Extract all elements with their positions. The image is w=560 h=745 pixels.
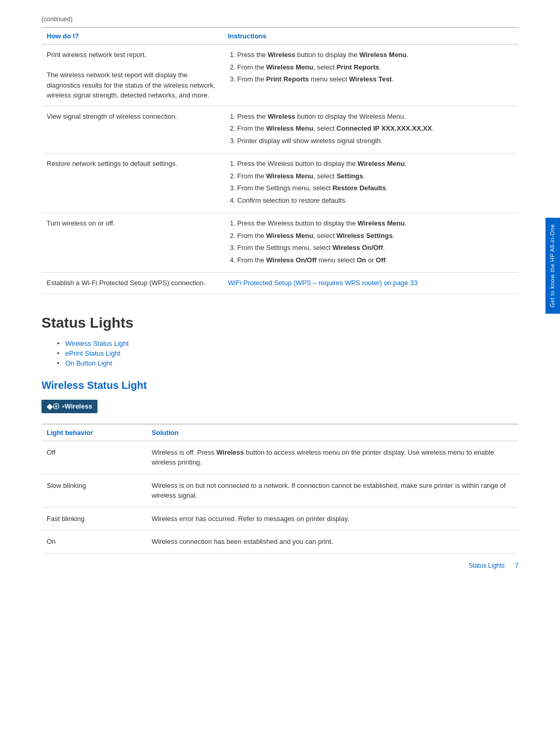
table-cell-instructions: Press the Wireless button to display the… [223, 106, 519, 153]
table-row: Print wireless network test report. The … [41, 45, 519, 106]
table-row: Fast blinking Wireless error has occurre… [41, 507, 519, 530]
solution-cell: Wireless error has occurred. Refer to me… [146, 507, 519, 530]
footer-section-label: Status Lights [469, 562, 505, 569]
solution-cell: Wireless is on but not connected to a ne… [146, 474, 519, 507]
table-row: Slow blinking Wireless is on but not con… [41, 474, 519, 507]
eprint-status-light-link[interactable]: ePrint Status Light [65, 349, 120, 357]
behavior-cell: Fast blinking [41, 507, 146, 530]
status-col2-header: Solution [146, 424, 519, 441]
wireless-icon-area: ◆⦾ •Wireless [41, 400, 519, 413]
col2-header: Instructions [223, 27, 519, 45]
wireless-icon-box: ◆⦾ •Wireless [41, 400, 97, 413]
list-item: ePrint Status Light [57, 349, 519, 357]
side-tab-text: Get to know the HP All-in-One [549, 224, 555, 307]
wps-link[interactable]: WiFi Protected Setup (WPS – requires WPS… [228, 279, 418, 287]
continued-label: (continued) [41, 16, 519, 23]
wireless-subsection-title: Wireless Status Light [41, 379, 519, 391]
table-cell-question: Turn wireless on or off. [41, 213, 223, 273]
status-col1-header: Light behavior [41, 424, 146, 441]
table-row: Turn wireless on or off. Press the Wirel… [41, 213, 519, 273]
wireless-status-light-link[interactable]: Wireless Status Light [65, 340, 129, 347]
behavior-cell: Slow blinking [41, 474, 146, 507]
table-cell-question: Restore network settings to default sett… [41, 153, 223, 213]
on-button-light-link[interactable]: On Button Light [65, 359, 112, 367]
page-container: Get to know the HP All-in-One (continued… [0, 0, 560, 585]
table-row: View signal strength of wireless connect… [41, 106, 519, 153]
footer-page-number: 7 [515, 562, 519, 569]
page-footer: Status Lights 7 [469, 562, 519, 569]
table-cell-question: View signal strength of wireless connect… [41, 106, 223, 153]
table-cell-question: Print wireless network test report. The … [41, 45, 223, 106]
behavior-cell: Off [41, 441, 146, 474]
info-table: How do I? Instructions Print wireless ne… [41, 27, 519, 294]
table-cell-question: Establish a Wi-Fi Protected Setup (WPS) … [41, 273, 223, 294]
behavior-cell: On [41, 530, 146, 554]
bullet-list: Wireless Status Light ePrint Status Ligh… [41, 340, 519, 367]
table-cell-instructions: Press the Wireless button to display the… [223, 45, 519, 106]
table-row: On Wireless connection has been establis… [41, 530, 519, 554]
status-table: Light behavior Solution Off Wireless is … [41, 424, 519, 554]
list-item: On Button Light [57, 359, 519, 367]
table-row: Off Wireless is off. Press Wireless butt… [41, 441, 519, 474]
wireless-icon: ◆⦾ [47, 402, 59, 411]
table-cell-link[interactable]: WiFi Protected Setup (WPS – requires WPS… [223, 273, 519, 294]
side-tab: Get to know the HP All-in-One [545, 218, 560, 314]
wireless-label: •Wireless [62, 402, 92, 410]
section-title: Status Lights [41, 315, 519, 331]
list-item: Wireless Status Light [57, 340, 519, 347]
table-cell-instructions: Press the Wireless button to display the… [223, 213, 519, 273]
table-row: Restore network settings to default sett… [41, 153, 519, 213]
table-cell-instructions: Press the Wireless button to display the… [223, 153, 519, 213]
solution-cell: Wireless is off. Press Wireless button t… [146, 441, 519, 474]
col1-header: How do I? [41, 27, 223, 45]
solution-cell: Wireless connection has been established… [146, 530, 519, 554]
table-row: Establish a Wi-Fi Protected Setup (WPS) … [41, 273, 519, 294]
